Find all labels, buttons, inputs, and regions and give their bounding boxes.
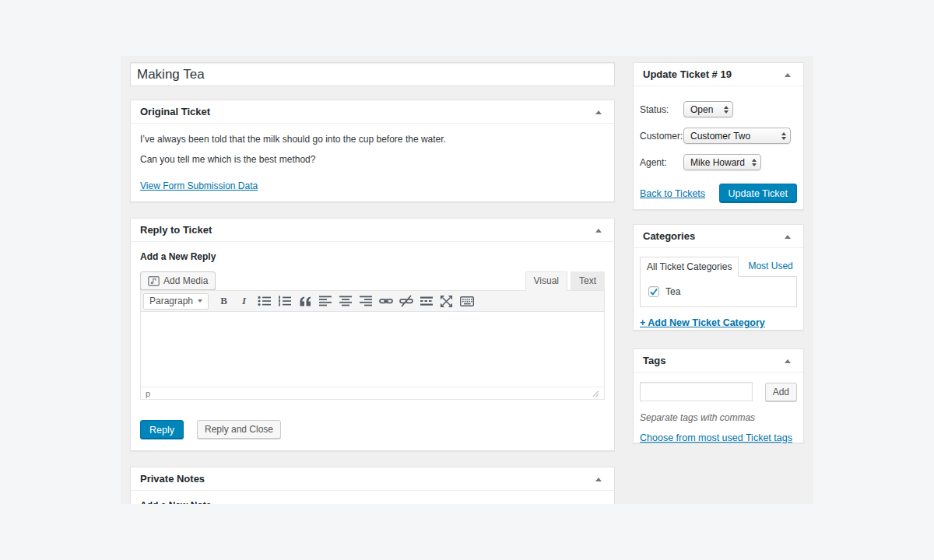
italic-button[interactable]: I (234, 293, 254, 310)
align-right-button[interactable] (356, 293, 375, 310)
keyboard-icon (460, 296, 474, 306)
agent-label: Agent: (640, 157, 683, 168)
select-arrows-icon (781, 132, 786, 140)
collapse-toggle-button[interactable] (591, 467, 606, 491)
reply-box-body: Add a New Reply Add Media Visual (131, 242, 614, 450)
tab-text[interactable]: Text (571, 271, 605, 290)
add-new-category-link[interactable]: + Add New Ticket Category (640, 317, 765, 328)
media-icon (148, 276, 160, 286)
bold-icon: B (220, 295, 227, 307)
triangle-up-icon (785, 73, 791, 77)
select-arrows-icon (724, 106, 729, 114)
agent-value: Mike Howard (690, 157, 746, 168)
update-ticket-box: Update Ticket # 19 Status: Open Customer… (633, 62, 804, 210)
add-media-button[interactable]: Add Media (140, 271, 216, 290)
original-ticket-body: I’ve always been told that the milk shou… (131, 124, 614, 201)
categories-title: Categories (643, 225, 695, 247)
categories-body: All Ticket Categories Most Used Tea + Ad… (634, 248, 803, 337)
original-ticket-header: Original Ticket (131, 100, 614, 124)
original-ticket-title: Original Ticket (140, 100, 210, 123)
add-media-label: Add Media (163, 275, 208, 286)
blockquote-button[interactable] (295, 293, 314, 310)
paragraph-format-dropdown[interactable]: Paragraph (143, 293, 209, 310)
checkbox-checked-icon[interactable] (648, 286, 659, 297)
editor-media-tabs-row: Add Media Visual Text (140, 271, 605, 290)
insert-read-more-button[interactable] (416, 293, 436, 310)
numbered-list-icon (278, 296, 292, 306)
add-tag-button[interactable]: Add (765, 383, 797, 401)
resize-grip-icon[interactable] (591, 389, 599, 397)
update-ticket-header: Update Ticket # 19 (634, 63, 803, 86)
back-to-tickets-link[interactable]: Back to Tickets (640, 188, 705, 199)
tab-all-ticket-categories[interactable]: All Ticket Categories (640, 257, 739, 277)
categories-header: Categories (634, 225, 803, 248)
triangle-up-icon (785, 359, 791, 363)
collapse-toggle-button[interactable] (780, 63, 795, 86)
select-arrows-icon (752, 159, 757, 166)
bold-button[interactable]: B (214, 293, 234, 310)
toolbar-toggle-button[interactable] (457, 293, 476, 310)
agent-select[interactable]: Mike Howard (683, 154, 761, 170)
private-notes-body: Add a New Note (131, 491, 614, 504)
triangle-up-icon (785, 235, 791, 239)
editor-mode-tabs: Visual Text (522, 271, 605, 290)
collapse-toggle-button[interactable] (780, 225, 795, 248)
customer-select[interactable]: Customer Two (683, 128, 791, 144)
category-tabs: All Ticket Categories Most Used (640, 257, 797, 276)
category-item-tea[interactable]: Tea (648, 286, 680, 297)
fullscreen-button[interactable] (437, 293, 456, 310)
bullet-list-button[interactable] (255, 293, 274, 310)
editor-toolbar: Paragraph B I (141, 291, 604, 312)
paragraph-format-value: Paragraph (149, 296, 193, 306)
agent-field-row: Agent: Mike Howard (640, 154, 797, 170)
update-ticket-title: Update Ticket # 19 (643, 63, 732, 86)
categories-box: Categories All Ticket Categories Most Us… (633, 224, 804, 331)
private-notes-title: Private Notes (140, 467, 205, 490)
status-select[interactable]: Open (683, 101, 733, 117)
collapse-toggle-button[interactable] (591, 219, 606, 242)
wysiwyg-editor: Paragraph B I (140, 290, 605, 400)
main-column: Original Ticket I’ve always been told th… (130, 62, 615, 504)
reply-editor-content[interactable] (141, 312, 604, 387)
add-new-reply-heading: Add a New Reply (140, 251, 605, 262)
collapse-toggle-button[interactable] (780, 349, 795, 373)
reply-and-close-button[interactable]: Reply and Close (197, 420, 281, 439)
tab-most-used[interactable]: Most Used (748, 261, 792, 276)
update-ticket-button[interactable]: Update Ticket (719, 184, 797, 203)
element-path-label: p (146, 389, 150, 398)
numbered-list-button[interactable] (275, 293, 294, 310)
tags-title: Tags (643, 349, 665, 372)
align-center-button[interactable] (335, 293, 355, 310)
status-label: Status: (640, 104, 683, 115)
view-form-submission-link[interactable]: View Form Submission Data (140, 180, 258, 191)
tag-input-row: Add (640, 382, 797, 401)
collapse-toggle-button[interactable] (591, 100, 606, 124)
new-tag-input[interactable] (640, 382, 753, 401)
ticket-title-input[interactable] (130, 62, 615, 86)
align-left-icon (318, 296, 332, 306)
choose-most-used-tags-link[interactable]: Choose from most used Ticket tags (640, 432, 792, 443)
category-label: Tea (665, 286, 680, 297)
insert-link-button[interactable] (376, 293, 395, 310)
sidebar-column: Update Ticket # 19 Status: Open Customer… (633, 62, 804, 443)
tags-body: Add Separate tags with commas Choose fro… (634, 373, 803, 452)
tab-visual[interactable]: Visual (525, 271, 567, 291)
editor-status-bar: p (141, 387, 604, 399)
align-left-button[interactable] (315, 293, 335, 310)
blockquote-icon (299, 296, 311, 306)
update-ticket-body: Status: Open Customer: Customer Two (634, 86, 803, 211)
remove-link-button[interactable] (396, 293, 416, 310)
triangle-up-icon (595, 110, 602, 114)
customer-field-row: Customer: Customer Two (640, 128, 797, 144)
original-ticket-box: Original Ticket I’ve always been told th… (130, 100, 615, 202)
unlink-icon (399, 294, 413, 308)
reply-button[interactable]: Reply (140, 420, 184, 439)
add-new-note-heading: Add a New Note (140, 500, 605, 504)
reply-to-ticket-box: Reply to Ticket Add a New Reply (130, 218, 615, 451)
ticket-message-line: Can you tell me which is the best method… (140, 153, 605, 166)
bullet-list-icon (258, 296, 272, 306)
edit-ticket-screen: Original Ticket I’ve always been told th… (121, 56, 813, 504)
chevron-down-icon (198, 299, 202, 303)
tags-hint-text: Separate tags with commas (640, 412, 797, 423)
tags-box: Tags Add Separate tags with commas Choos… (633, 348, 804, 443)
